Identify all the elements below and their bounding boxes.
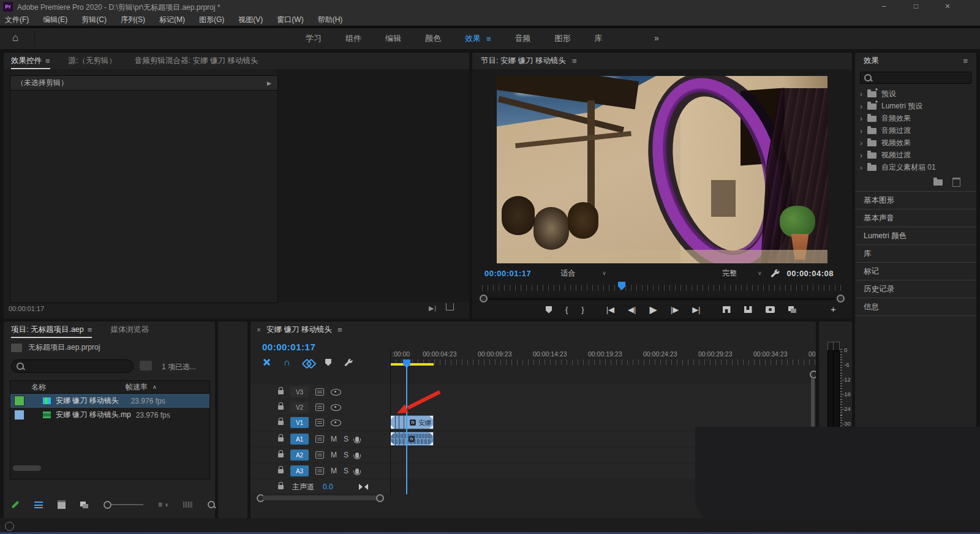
lock-icon[interactable] [278, 469, 284, 473]
panel-tab-markers[interactable]: 标记 [855, 262, 976, 280]
tree-item-lumetri-presets[interactable]: ›Lumetri 预设 [860, 100, 971, 112]
menu-sequence[interactable]: 序列(S) [121, 15, 145, 25]
nest-insert-icon[interactable] [263, 358, 271, 366]
toggle-track-output-icon[interactable] [331, 389, 341, 396]
toggle-track-output-icon[interactable] [331, 419, 341, 426]
master-volume-value[interactable]: 0.0 [323, 483, 333, 491]
panel-tab-essential-graphics[interactable]: 基本图形 [855, 191, 976, 209]
home-icon[interactable]: ⌂ [12, 32, 18, 44]
go-to-in-icon[interactable]: |◀ [606, 305, 614, 314]
lock-icon[interactable] [278, 405, 284, 410]
solo-button[interactable]: S [344, 467, 349, 475]
close-button[interactable]: × [945, 1, 950, 11]
timeline-tab-title[interactable]: 安娜 镰刀 移动镜头 [266, 325, 332, 335]
lock-icon[interactable] [278, 437, 284, 442]
find-icon[interactable] [208, 501, 215, 508]
tab-project[interactable]: 项目: 无标题项目.aep ≡ [11, 322, 92, 338]
voiceover-record-icon[interactable] [355, 437, 359, 442]
workspace-overflow-icon[interactable]: » [654, 33, 659, 43]
project-search-input[interactable] [11, 359, 134, 373]
video-clip[interactable]: fx 安娜 [390, 415, 434, 429]
scroll-handle-left[interactable] [480, 295, 488, 303]
mark-in-icon[interactable]: { [565, 305, 568, 314]
label-color-chip-blue[interactable] [14, 410, 24, 420]
track-badge-a1[interactable]: A1 [290, 434, 309, 445]
menu-clip[interactable]: 剪辑(C) [81, 15, 107, 25]
add-marker-icon[interactable] [325, 359, 331, 366]
playback-resolution-dropdown[interactable]: 完整 ∨ [722, 268, 762, 279]
column-name[interactable]: 名称 [31, 382, 46, 393]
tree-item-custom-bin[interactable]: ›自定义素材箱 01 [860, 162, 971, 173]
workspace-tab-libraries[interactable]: 库 [595, 33, 603, 44]
workspace-tab-menu-icon[interactable]: ≡ [486, 34, 491, 43]
tab-effect-controls[interactable]: 效果控件 ≡ [11, 53, 50, 69]
timeline-menu-icon[interactable]: ≡ [337, 325, 342, 334]
voiceover-record-icon[interactable] [355, 468, 359, 474]
workspace-tab-color[interactable]: 颜色 [425, 33, 441, 44]
menu-markers[interactable]: 标记(M) [159, 15, 185, 25]
export-frame-icon[interactable] [766, 306, 775, 313]
freeform-view-icon[interactable] [80, 502, 89, 508]
sort-icon[interactable]: ≡∨ [158, 500, 168, 509]
zoom-handle-right[interactable] [376, 494, 384, 502]
project-row-sequence[interactable]: 安娜 镰刀 移动镜头 23.976 fps [10, 394, 209, 408]
menu-edit[interactable]: 编辑(E) [43, 15, 67, 25]
expand-arrow-icon[interactable]: ▶ [267, 80, 271, 86]
workspace-tab-editing[interactable]: 编辑 [385, 33, 401, 44]
menu-view[interactable]: 视图(V) [238, 15, 263, 25]
sync-lock-icon[interactable] [315, 435, 324, 443]
creative-cloud-icon[interactable] [5, 522, 14, 531]
timeline-ruler[interactable]: :00:00 00:00:04:23 00:00:09:23 00:00:14:… [390, 349, 816, 367]
export-frame-icon[interactable] [446, 303, 454, 310]
voiceover-record-icon[interactable] [355, 453, 359, 458]
maximize-button[interactable]: □ [914, 2, 918, 10]
snap-magnet-icon[interactable]: ∩ [284, 357, 290, 367]
tree-item-presets[interactable]: ›预设 [860, 88, 971, 100]
menu-file[interactable]: 文件(F) [5, 15, 29, 25]
scroll-track[interactable] [489, 298, 835, 300]
menu-help[interactable]: 帮助(H) [318, 15, 343, 25]
writable-pencil-icon[interactable] [12, 501, 20, 509]
tree-item-audio-effects[interactable]: ›音频效果 [860, 113, 971, 124]
monitor-scrub-bar[interactable] [482, 285, 845, 291]
tab-source-monitor[interactable]: 源:（无剪辑） [69, 53, 116, 69]
step-back-icon[interactable]: ◀| [628, 305, 636, 314]
tree-item-video-transitions[interactable]: ›视频过渡 [860, 149, 971, 161]
track-badge-a3[interactable]: A3 [290, 465, 309, 476]
go-to-out-icon[interactable]: ▶| [692, 305, 700, 314]
panel-menu-icon[interactable]: ≡ [45, 56, 50, 66]
vscroll-bar[interactable] [811, 378, 815, 427]
panel-tab-essential-sound[interactable]: 基本声音 [855, 209, 976, 227]
workspace-tab-learning[interactable]: 学习 [306, 33, 322, 44]
timeline-settings-wrench-icon[interactable] [344, 358, 353, 367]
project-menu-icon[interactable]: ≡ [88, 325, 92, 334]
pan-bowtie-icon[interactable] [359, 484, 368, 490]
sync-lock-icon[interactable] [315, 467, 324, 475]
monitor-zoom-scrollbar[interactable] [480, 295, 845, 303]
toggle-track-output-icon[interactable] [331, 404, 341, 411]
lock-icon[interactable] [278, 390, 284, 394]
menu-graphics[interactable]: 图形(G) [199, 15, 224, 25]
sync-lock-icon[interactable] [315, 419, 324, 426]
lock-icon[interactable] [278, 421, 284, 425]
lock-icon[interactable] [278, 453, 284, 457]
track-badge-a2[interactable]: A2 [290, 449, 309, 461]
minimize-button[interactable]: – [882, 2, 886, 10]
play-around-icon[interactable]: ▶⟩ [429, 304, 437, 312]
play-button-icon[interactable]: ▶ [649, 304, 657, 315]
workspace-tab-audio[interactable]: 音频 [515, 33, 531, 44]
panel-tab-info[interactable]: 信息 [855, 298, 976, 315]
panel-tab-lumetri-color[interactable]: Lumetri 颜色 [855, 227, 976, 244]
mute-button[interactable]: M [331, 451, 337, 459]
label-color-chip-green[interactable] [14, 396, 24, 406]
mute-button[interactable]: M [331, 467, 337, 475]
list-view-icon[interactable] [34, 502, 43, 508]
sort-ascending-icon[interactable]: ∧ [153, 384, 157, 390]
track-badge-v2[interactable]: V2 [290, 402, 309, 413]
effects-search-input[interactable] [860, 72, 971, 84]
sync-lock-icon[interactable] [315, 404, 324, 411]
lock-icon[interactable] [278, 485, 284, 489]
solo-button[interactable]: S [344, 451, 349, 459]
solo-button[interactable]: S [344, 435, 349, 443]
tab-media-browser[interactable]: 媒体浏览器 [110, 322, 149, 338]
